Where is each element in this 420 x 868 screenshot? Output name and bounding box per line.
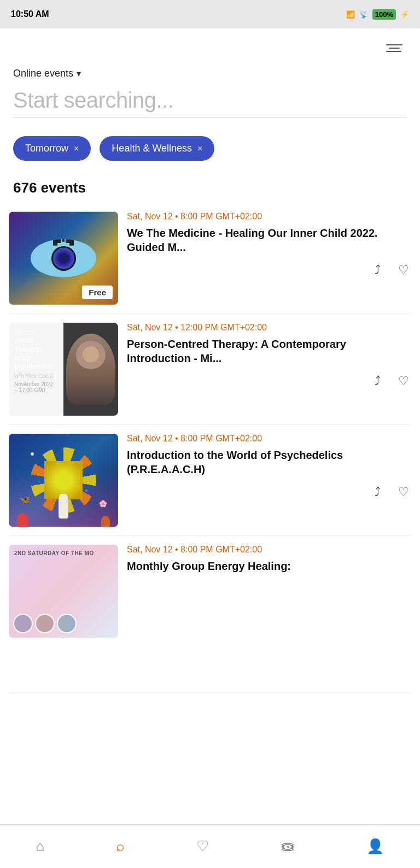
filter-icon bbox=[386, 42, 402, 55]
signal-icon: 📶 bbox=[346, 10, 355, 19]
heart-icon: ♡ bbox=[398, 263, 409, 277]
search-icon: ⌕ bbox=[116, 838, 125, 855]
therapy-with: with Mick Cooper bbox=[14, 373, 58, 379]
favorite-button-1[interactable]: ♡ bbox=[396, 261, 411, 279]
charging-icon: ⚡ bbox=[400, 10, 409, 19]
share-icon-3: ⤴ bbox=[375, 485, 381, 499]
filter-chip-health-wellness[interactable]: Health & Wellness × bbox=[100, 136, 214, 161]
search-divider bbox=[13, 117, 407, 118]
filter-chip-tomorrow[interactable]: Tomorrow × bbox=[13, 136, 91, 161]
event-list: Free Sat, Nov 12 • 8:00 PM GMT+02:00 We … bbox=[0, 203, 420, 693]
event-title-3: Introduction to the World of Psychedelic… bbox=[127, 448, 411, 476]
event-thumbnail-3: 🦋 🌸 bbox=[9, 434, 118, 527]
filter-chips-container: Tomorrow × Health & Wellness × bbox=[0, 126, 420, 166]
search-area: Start searching... bbox=[0, 81, 420, 126]
status-icons: 📶 📡 100% ⚡ bbox=[346, 9, 409, 20]
battery-icon: 100% bbox=[372, 9, 396, 20]
filter-options-button[interactable] bbox=[382, 37, 407, 59]
healing-thumb-text: 2ND SATURDAY OF THE MO bbox=[14, 550, 94, 556]
event-actions-2: ⤴ ♡ bbox=[127, 372, 411, 391]
status-bar: 10:50 AM 📶 📡 100% ⚡ bbox=[0, 0, 420, 28]
search-placeholder[interactable]: Start searching... bbox=[13, 88, 407, 113]
online-events-label: Online events bbox=[13, 68, 73, 79]
event-title-2: Person-Centred Therapy: A Contemporary I… bbox=[127, 337, 411, 365]
online-events-dropdown[interactable]: Online events ▾ bbox=[13, 68, 81, 79]
nav-home[interactable]: ⌂ bbox=[27, 834, 54, 859]
event-thumbnail-1: Free bbox=[9, 212, 118, 305]
chip-tomorrow-close[interactable]: × bbox=[74, 144, 79, 154]
event-date-1: Sat, Nov 12 • 8:00 PM GMT+02:00 bbox=[127, 212, 411, 222]
event-info-2: Sat, Nov 12 • 12:00 PM GMT+02:00 Person-… bbox=[127, 323, 411, 391]
table-row[interactable]: Free Sat, Nov 12 • 8:00 PM GMT+02:00 We … bbox=[9, 203, 411, 314]
event-date-4: Sat, Nov 12 • 8:00 PM GMT+02:00 bbox=[127, 545, 411, 555]
therapy-date: November 2022– 17:00 GMT bbox=[14, 381, 58, 393]
healing-avatars bbox=[13, 614, 77, 633]
chip-health-close[interactable]: × bbox=[197, 144, 202, 154]
share-button-2[interactable]: ⤴ bbox=[372, 372, 383, 391]
status-time: 10:50 AM bbox=[11, 9, 49, 19]
event-date-2: Sat, Nov 12 • 12:00 PM GMT+02:00 bbox=[127, 323, 411, 333]
free-badge: Free bbox=[82, 286, 113, 299]
share-button-1[interactable]: ⤴ bbox=[372, 261, 383, 279]
table-row[interactable]: 🦋 🌸 Sat, Nov 12 • 8:00 PM GMT+02:00 Intr… bbox=[9, 425, 411, 536]
share-icon: ⤴ bbox=[375, 263, 381, 277]
healing-avatar-2 bbox=[35, 614, 55, 633]
wifi-icon: 📡 bbox=[359, 10, 368, 19]
table-row[interactable]: nevents entred Therapy:orary Introductio… bbox=[9, 314, 411, 425]
event-info-3: Sat, Nov 12 • 8:00 PM GMT+02:00 Introduc… bbox=[127, 434, 411, 502]
event-info-1: Sat, Nov 12 • 8:00 PM GMT+02:00 We The M… bbox=[127, 212, 411, 279]
event-title-4: Monthly Group Energy Healing: bbox=[127, 559, 411, 573]
heart-icon-3: ♡ bbox=[398, 485, 409, 499]
app-header bbox=[0, 28, 420, 63]
event-date-3: Sat, Nov 12 • 8:00 PM GMT+02:00 bbox=[127, 434, 411, 444]
nav-profile[interactable]: 👤 bbox=[358, 834, 393, 859]
favorite-button-2[interactable]: ♡ bbox=[396, 372, 411, 391]
event-title-1: We The Medicine - Healing Our Inner Chil… bbox=[127, 226, 411, 254]
online-events-row: Online events ▾ bbox=[0, 63, 420, 81]
therapy-logo: nevents bbox=[14, 328, 58, 335]
chip-health-label: Health & Wellness bbox=[112, 143, 192, 154]
share-button-3[interactable]: ⤴ bbox=[372, 483, 383, 502]
chip-tomorrow-label: Tomorrow bbox=[25, 143, 68, 154]
event-actions-1: ⤴ ♡ bbox=[127, 261, 411, 279]
home-icon: ⌂ bbox=[36, 838, 45, 855]
table-row[interactable]: 2ND SATURDAY OF THE MO Sat, Nov 12 • 8:0… bbox=[9, 536, 411, 693]
event-thumbnail-2: nevents entred Therapy:orary Introductio… bbox=[9, 323, 118, 416]
events-count: 676 events bbox=[0, 166, 420, 203]
heart-icon-2: ♡ bbox=[398, 374, 409, 388]
share-icon-2: ⤴ bbox=[375, 374, 381, 388]
therapy-title: entred Therapy:orary Introduction bbox=[14, 337, 58, 371]
nav-tickets[interactable]: 🎟 bbox=[272, 834, 304, 859]
favorite-button-3[interactable]: ♡ bbox=[396, 483, 411, 502]
profile-icon: 👤 bbox=[366, 838, 384, 855]
event-actions-3: ⤴ ♡ bbox=[127, 483, 411, 502]
healing-avatar-3 bbox=[57, 614, 77, 633]
healing-avatar-1 bbox=[13, 614, 33, 633]
event-thumbnail-4: 2ND SATURDAY OF THE MO bbox=[9, 545, 118, 638]
nav-favorites[interactable]: ♡ bbox=[188, 834, 218, 859]
event-info-4: Sat, Nov 12 • 8:00 PM GMT+02:00 Monthly … bbox=[127, 545, 411, 573]
heart-nav-icon: ♡ bbox=[196, 838, 209, 855]
nav-search[interactable]: ⌕ bbox=[107, 834, 133, 859]
bottom-nav: ⌂ ⌕ ♡ 🎟 👤 bbox=[0, 824, 420, 868]
chevron-down-icon: ▾ bbox=[77, 68, 81, 79]
ticket-icon: 🎟 bbox=[281, 838, 295, 855]
